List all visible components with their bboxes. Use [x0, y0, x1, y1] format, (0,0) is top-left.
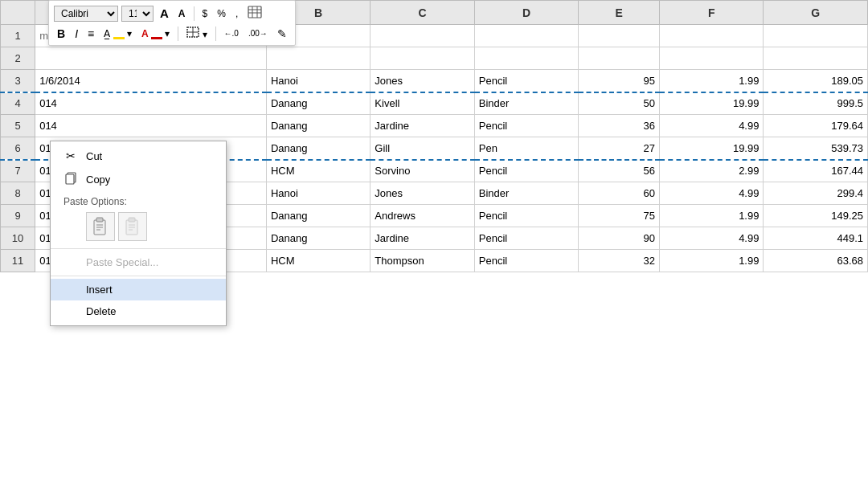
cell-d-10[interactable]: Pencil [474, 227, 578, 250]
cell-f-5[interactable]: 4.99 [659, 115, 763, 137]
cell-d-11[interactable]: Pencil [474, 250, 578, 272]
col-header-C[interactable]: C [371, 1, 474, 25]
cell-a-5[interactable]: 014 [35, 115, 267, 137]
row-num-7[interactable]: 7 [1, 160, 35, 182]
cell-a-2[interactable]: O [35, 47, 267, 70]
cell-c-11[interactable]: Thompson [371, 250, 474, 272]
row-num-10[interactable]: 10 [1, 227, 35, 250]
cell-c-10[interactable]: Jardine [371, 227, 474, 250]
highlight-btn[interactable]: A̲ ▾ [100, 27, 135, 41]
cell-b-3[interactable]: Hanoi [266, 70, 370, 92]
cell-c-9[interactable]: Andrews [371, 205, 474, 227]
cell-c-1[interactable] [371, 25, 474, 47]
cell-b-10[interactable]: Danang [266, 227, 370, 250]
cell-f-9[interactable]: 1.99 [659, 205, 763, 227]
ctx-insert[interactable]: Insert [51, 279, 226, 300]
cell-g-10[interactable]: 449.1 [764, 227, 868, 250]
percent-btn[interactable]: % [214, 6, 229, 21]
decrease-font-btn[interactable]: A [175, 6, 189, 21]
cell-c-3[interactable]: Jones [371, 70, 474, 92]
row-num-6[interactable]: 6 [1, 137, 35, 160]
cell-f-11[interactable]: 1.99 [659, 250, 763, 272]
cell-b-8[interactable]: Hanoi [266, 182, 370, 205]
decrease-decimal-btn[interactable]: ←.0 [221, 27, 242, 39]
cell-d-5[interactable]: Pencil [474, 115, 578, 137]
cell-a-4[interactable]: 014 [35, 92, 267, 115]
row-num-4[interactable]: 4 [1, 92, 35, 115]
italic-btn[interactable]: I [72, 26, 81, 42]
cell-g-4[interactable]: 999.5 [764, 92, 868, 115]
col-header-E[interactable]: E [579, 1, 660, 25]
cell-a-3[interactable]: 1/6/2014 [35, 70, 267, 92]
cell-d-8[interactable]: Binder [474, 182, 578, 205]
cell-f-2[interactable]: Unit Cost [659, 47, 763, 70]
cell-d-2[interactable]: Item [474, 47, 578, 70]
cell-e-5[interactable]: 36 [579, 115, 660, 137]
row-num-3[interactable]: 3 [1, 70, 35, 92]
row-num-5[interactable]: 5 [1, 115, 35, 137]
cell-b-5[interactable]: Danang [266, 115, 370, 137]
col-header-G[interactable]: G [764, 1, 868, 25]
cell-g-7[interactable]: 167.44 [764, 160, 868, 182]
cell-b-6[interactable]: Danang [266, 137, 370, 160]
cell-c-4[interactable]: Kivell [371, 92, 474, 115]
cell-f-1[interactable] [659, 25, 763, 47]
borders-btn[interactable]: ▾ [183, 25, 210, 42]
row-num-2[interactable]: 2 [1, 47, 35, 70]
cell-f-3[interactable]: 1.99 [659, 70, 763, 92]
row-num-8[interactable]: 8 [1, 182, 35, 205]
align-btn[interactable]: ≡ [84, 26, 97, 42]
cell-e-7[interactable]: 56 [579, 160, 660, 182]
dollar-btn[interactable]: $ [199, 6, 211, 21]
cell-c-8[interactable]: Jones [371, 182, 474, 205]
row-num-11[interactable]: 11 [1, 250, 35, 272]
cell-b-9[interactable]: Danang [266, 205, 370, 227]
cell-e-9[interactable]: 75 [579, 205, 660, 227]
cell-g-2[interactable]: Total [764, 47, 868, 70]
cell-e-8[interactable]: 60 [579, 182, 660, 205]
cell-f-7[interactable]: 2.99 [659, 160, 763, 182]
cell-d-7[interactable]: Pencil [474, 160, 578, 182]
cell-c-2[interactable]: ep [371, 47, 474, 70]
cell-g-11[interactable]: 63.68 [764, 250, 868, 272]
paint-format-btn[interactable]: ✎ [274, 26, 290, 42]
ctx-delete[interactable]: Delete [51, 300, 226, 322]
paste-icon-1[interactable] [86, 212, 115, 241]
ctx-cut[interactable]: ✂ Cut [51, 145, 226, 167]
cell-c-7[interactable]: Sorvino [371, 160, 474, 182]
font-size-select[interactable]: 11 [121, 6, 154, 22]
col-header-D[interactable]: D [474, 1, 578, 25]
increase-font-btn[interactable]: A [157, 5, 172, 22]
bold-btn[interactable]: B [54, 26, 68, 42]
cell-e-10[interactable]: 90 [579, 227, 660, 250]
cell-g-9[interactable]: 149.25 [764, 205, 868, 227]
cell-g-1[interactable] [764, 25, 868, 47]
cell-e-3[interactable]: 95 [579, 70, 660, 92]
increase-decimal-btn[interactable]: .00→ [245, 27, 271, 39]
cell-d-9[interactable]: Pencil [474, 205, 578, 227]
comma-btn[interactable]: , [232, 6, 241, 21]
cell-e-11[interactable]: 32 [579, 250, 660, 272]
cell-g-5[interactable]: 179.64 [764, 115, 868, 137]
cell-b-2[interactable] [266, 47, 370, 70]
paste-icon-2[interactable] [118, 212, 147, 241]
cell-d-6[interactable]: Pen [474, 137, 578, 160]
cell-g-6[interactable]: 539.73 [764, 137, 868, 160]
row-num-9[interactable]: 9 [1, 205, 35, 227]
cell-c-6[interactable]: Gill [371, 137, 474, 160]
cell-b-7[interactable]: HCM [266, 160, 370, 182]
cell-e-4[interactable]: 50 [579, 92, 660, 115]
cell-b-11[interactable]: HCM [266, 250, 370, 272]
table-format-btn[interactable] [244, 4, 265, 22]
row-num-1[interactable]: 1 [1, 25, 35, 47]
cell-g-8[interactable]: 299.4 [764, 182, 868, 205]
cell-g-3[interactable]: 189.05 [764, 70, 868, 92]
cell-b-4[interactable]: Danang [266, 92, 370, 115]
cell-e-2[interactable]: Units [579, 47, 660, 70]
cell-f-6[interactable]: 19.99 [659, 137, 763, 160]
font-color-btn[interactable]: A ▾ [138, 27, 173, 41]
cell-e-6[interactable]: 27 [579, 137, 660, 160]
cell-c-5[interactable]: Jardine [371, 115, 474, 137]
cell-d-4[interactable]: Binder [474, 92, 578, 115]
cell-f-10[interactable]: 4.99 [659, 227, 763, 250]
